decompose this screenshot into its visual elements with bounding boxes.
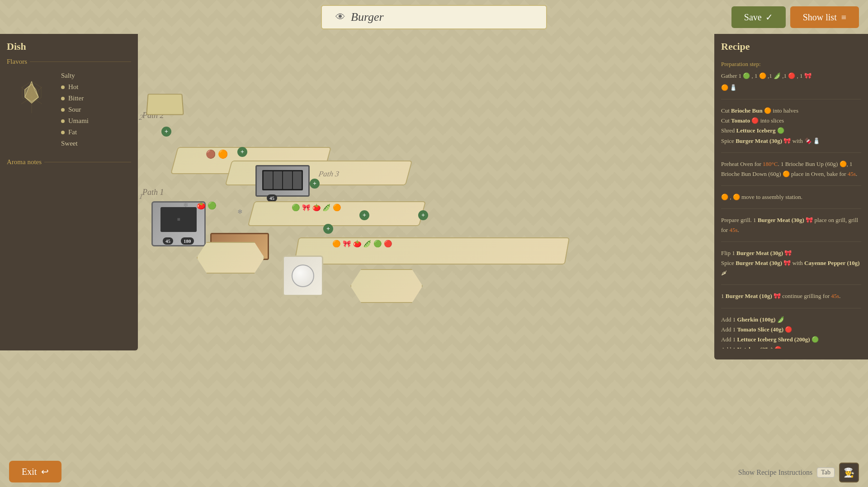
aroma-section: Aroma notes — [7, 158, 131, 166]
gather-extras: 🟠 🧂 — [721, 83, 861, 93]
cut-tomato-text: Cut Tomato 🔴 into slices — [721, 116, 861, 126]
list-icon: ≡ — [841, 12, 846, 23]
umami-dot — [61, 119, 65, 123]
tab-badge: Tab — [817, 468, 835, 478]
move1-text: 🟠 , 🟠 move to assembly station. — [721, 192, 861, 202]
recipe-step-grill: Prepare grill. 1 Burger Meat (30g) 🎀 pla… — [721, 215, 861, 242]
path-label-1: Path 1 — [142, 188, 164, 197]
path-2-label: h 2 — [138, 113, 144, 122]
save-button[interactable]: Save ✓ — [731, 6, 786, 28]
recipe-step-add: Add 1 Gherkin (100g) 🫛 Add 1 Tomato Slic… — [721, 315, 861, 349]
recipe-step-preheat: Preheat Oven for 180°C. 1 Brioche Bun Up… — [721, 159, 861, 186]
left-panel: Dish Flavors Salty — [0, 34, 138, 350]
hot-dot — [61, 85, 65, 89]
mixing-dome — [292, 265, 314, 287]
spice2-text: Spice Burger Meat (30g) 🎀 with Cayenne P… — [721, 258, 861, 278]
flip-text: Flip 1 Burger Meat (30g) 🎀 — [721, 248, 861, 258]
grill-gauge: 45 — [267, 194, 277, 202]
path-3-label: Path 3 — [318, 170, 340, 179]
spice-meat-text: Spice Burger Meat (30g) 🎀 with 🍫 🧂 — [721, 136, 861, 146]
add1-text: Add 1 Gherkin (100g) 🫛 — [721, 315, 861, 325]
chef-icon: 👨‍🍳 — [844, 467, 855, 478]
umami-label: Umami — [68, 117, 89, 125]
flavors-wrapper: Salty Hot Bitter Sour Umami Fat — [7, 70, 131, 149]
flavor-salty: Salty — [61, 70, 131, 81]
temp-gauge-1: 45 — [163, 237, 173, 245]
recipe-title: Recipe — [721, 41, 861, 52]
exit-icon: ↩ — [41, 466, 49, 477]
hot-label: Hot — [68, 83, 79, 91]
dish-panel-title: Dish — [7, 41, 131, 52]
show-list-button[interactable]: Show list ≡ — [790, 6, 859, 28]
exit-button[interactable]: Exit ↩ — [9, 461, 61, 482]
fat-dot — [61, 131, 65, 134]
dish-title-box: 👁 Burger — [321, 5, 547, 29]
flavor-sweet: Sweet — [61, 138, 131, 149]
add-button-1[interactable]: + — [161, 127, 171, 137]
show-list-label: Show list — [803, 12, 837, 23]
sweet-label: Sweet — [61, 140, 78, 147]
flavor-sour: Sour — [61, 104, 131, 115]
top-right-buttons: Save ✓ Show list ≡ — [731, 6, 859, 28]
temp-gauge-2: 180 — [181, 237, 194, 245]
path-1-label: h 1 — [138, 192, 144, 201]
station-top — [146, 94, 184, 115]
cutting-items: 🍅 🟢 — [197, 201, 217, 210]
sour-label: Sour — [68, 106, 81, 113]
add-button-6[interactable]: + — [323, 224, 333, 234]
flavor-fat: Fat — [61, 127, 131, 138]
recipe-step-cut: Cut Brioche Bun 🟠 into halves Cut Tomato… — [721, 106, 861, 152]
continue-text: 1 Burger Meat (10g) 🎀 continue grilling … — [721, 291, 861, 301]
add2-text: Add 1 Tomato Slice (40g) 🔴 — [721, 325, 861, 335]
recipe-step-move1: 🟠 , 🟠 move to assembly station. — [721, 192, 861, 209]
add4-text: Add 1 Ketchup (25g) 🔴 — [721, 345, 861, 349]
add-button-5[interactable]: + — [418, 210, 428, 220]
recipe-step-flip: Flip 1 Burger Meat (30g) 🎀 Spice Burger … — [721, 248, 861, 285]
bottom-bar: Exit ↩ Show Recipe Instructions Tab 👨‍🍳 — [0, 461, 868, 482]
grill-text: Prepare grill. 1 Burger Meat (30g) 🎀 pla… — [721, 215, 861, 235]
bitter-dot — [61, 97, 65, 100]
fat-label: Fat — [68, 128, 77, 136]
recipe-icon-button[interactable]: 👨‍🍳 — [839, 463, 859, 482]
preheat-text: Preheat Oven for 180°C. 1 Brioche Bun Up… — [721, 159, 861, 179]
cut-bun-text: Cut Brioche Bun 🟠 into halves — [721, 106, 861, 116]
flavor-spider-chart — [7, 72, 57, 122]
save-check-icon: ✓ — [765, 12, 773, 23]
flavors-list: Salty Hot Bitter Sour Umami Fat — [61, 70, 131, 149]
sour-dot — [61, 108, 65, 112]
flavor-hot: Hot — [61, 81, 131, 93]
salty-label: Salty — [61, 72, 75, 80]
add-button-2[interactable]: + — [237, 147, 247, 157]
aroma-label: Aroma notes — [7, 158, 131, 166]
eye-icon: 👁 — [335, 11, 345, 23]
assembly-station-1 — [197, 242, 264, 274]
game-world: Path 2 Path 3 Path 1 🟤 🟠 ■ 45 180 🍅 🟢 — [138, 34, 714, 460]
spice-indicator-2: ❄ — [237, 208, 243, 216]
add3-text: Add 1 Lettuce Iceberg Shred (200g) 🟢 — [721, 335, 861, 345]
gather-text: Gather 1 🟢 , 1 🟠 ,1 🫛 ,1 🔴 , 1 🎀 — [721, 71, 861, 81]
grill-station — [255, 165, 310, 197]
add-button-3[interactable]: + — [310, 179, 320, 189]
spice-indicator-1: ❄ — [183, 201, 189, 209]
flavors-label: Flavors — [7, 58, 131, 66]
add-button-4[interactable]: + — [359, 210, 369, 220]
flavor-umami: Umami — [61, 115, 131, 127]
conveyor-items-3: 🟢 🎀 🍅 🫛 🟠 — [292, 203, 341, 212]
recipe-content: Preparation step: Gather 1 🟢 , 1 🟠 ,1 🫛 … — [721, 59, 861, 349]
top-bar: 👁 Burger Save ✓ Show list ≡ — [0, 0, 868, 34]
exit-label: Exit — [22, 467, 37, 477]
shred-lettuce-text: Shred Lettuce Iceberg 🟢 — [721, 126, 861, 136]
dish-title-text: Burger — [351, 10, 384, 24]
bitter-label: Bitter — [68, 95, 84, 102]
prep-step-label: Preparation step: — [721, 59, 861, 69]
right-panel: Recipe Preparation step: Gather 1 🟢 , 1 … — [714, 34, 868, 359]
bottom-right: Show Recipe Instructions Tab 👨‍🍳 — [738, 463, 859, 482]
save-label: Save — [744, 12, 762, 23]
assembly-station-2 — [350, 269, 423, 303]
conveyor-items-1: 🟤 🟠 — [206, 149, 228, 159]
recipe-step-continue: 1 Burger Meat (10g) 🎀 continue grilling … — [721, 291, 861, 308]
mixing-station — [283, 255, 323, 296]
recipe-step-gather: Preparation step: Gather 1 🟢 , 1 🟠 ,1 🫛 … — [721, 59, 861, 99]
flavor-bitter: Bitter — [61, 93, 131, 104]
show-recipe-label: Show Recipe Instructions — [738, 468, 812, 477]
